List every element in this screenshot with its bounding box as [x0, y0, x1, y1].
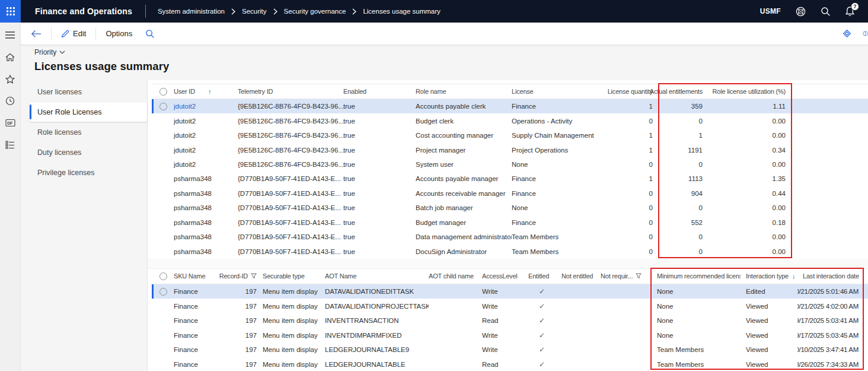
- company-picker[interactable]: USMF: [760, 7, 781, 15]
- col-interaction-type[interactable]: Interaction type↓: [741, 269, 797, 284]
- col-aot-child-name[interactable]: AOT child name: [429, 269, 482, 284]
- row-radio[interactable]: [159, 103, 167, 110]
- edit-button[interactable]: Edit: [59, 29, 88, 38]
- sidebar-item[interactable]: User Role Licenses: [30, 102, 147, 122]
- cell-user-id[interactable]: jdutoit2: [174, 142, 238, 157]
- col-not-entitled[interactable]: Not entitled: [561, 269, 601, 284]
- table-row[interactable]: psharma348 {D770B1A9-50F7-41ED-A143-E...…: [152, 244, 868, 258]
- col-sku-name[interactable]: SKU Name: [174, 269, 216, 284]
- breadcrumb-item[interactable]: Licenses usage summary: [363, 8, 440, 15]
- col-actual-entitlements[interactable]: Actual entitlements: [659, 84, 709, 99]
- help-globe-icon[interactable]: [795, 6, 806, 17]
- breadcrumb-item[interactable]: System administration: [158, 8, 225, 15]
- row-radio[interactable]: [159, 288, 167, 296]
- row-select-cell[interactable]: [152, 328, 174, 343]
- table-row[interactable]: psharma348 {D770B1A9-50F7-41ED-A143-E...…: [152, 172, 868, 186]
- row-select-cell[interactable]: [152, 313, 174, 328]
- sidebar-item[interactable]: User licenses: [30, 82, 147, 102]
- table-row[interactable]: Finance 197 Menu item display LEDGERJOUR…: [152, 343, 868, 357]
- cell-user-id[interactable]: jdutoit2: [174, 128, 238, 142]
- row-select-cell[interactable]: [152, 142, 174, 157]
- table-row[interactable]: Finance 197 Menu item display LEDGERJOUR…: [152, 357, 868, 371]
- col-access-level[interactable]: AccessLevel: [482, 269, 528, 284]
- table-row[interactable]: Finance 197 Menu item display DATAVALIDA…: [152, 299, 868, 313]
- right-pane-icon[interactable]: [863, 28, 868, 39]
- col-last-interaction-date[interactable]: Last interaction date: [797, 269, 864, 284]
- recent-icon[interactable]: [3, 94, 17, 107]
- col-record-id[interactable]: Record-ID: [216, 269, 263, 284]
- col-user-id[interactable]: User ID↑: [174, 84, 238, 99]
- table-row[interactable]: psharma348 {D770B1A9-50F7-41ED-A143-E...…: [152, 186, 868, 201]
- sidebar-item[interactable]: Privilege licenses: [30, 163, 147, 182]
- cell-user-id[interactable]: jdutoit2: [174, 157, 238, 172]
- filter-icon[interactable]: [636, 273, 642, 279]
- row-select-cell[interactable]: [152, 201, 174, 215]
- row-select-cell[interactable]: [152, 299, 174, 313]
- col-min-recommended-license[interactable]: Minimum recommended license: [652, 269, 741, 284]
- table-row[interactable]: psharma348 {D770B1A9-50F7-41ED-A143-E...…: [152, 215, 868, 230]
- col-aot-name[interactable]: AOT Name: [325, 269, 429, 284]
- cell-user-id[interactable]: jdutoit2: [174, 99, 238, 113]
- cell-user-id[interactable]: psharma348: [174, 186, 238, 201]
- row-select-cell[interactable]: [152, 157, 174, 172]
- table-row[interactable]: Finance 197 Menu item display DATAVALIDA…: [152, 284, 868, 299]
- sidebar-item[interactable]: Role licenses: [30, 122, 147, 142]
- col-entitled[interactable]: Entitled: [528, 269, 561, 284]
- priority-dropdown[interactable]: Priority: [34, 48, 169, 56]
- toolbar-search-button[interactable]: [143, 29, 157, 39]
- star-icon[interactable]: [3, 72, 17, 85]
- col-telemetry-id[interactable]: Telemetry ID: [238, 84, 343, 99]
- cell-user-id[interactable]: jdutoit2: [174, 113, 238, 128]
- row-select-cell[interactable]: [152, 172, 174, 186]
- cell-user-id[interactable]: psharma348: [174, 230, 238, 244]
- row-select-cell[interactable]: [152, 186, 174, 201]
- back-button[interactable]: [29, 30, 44, 38]
- cell-user-id[interactable]: psharma348: [174, 215, 238, 230]
- row-select-cell[interactable]: [152, 230, 174, 244]
- row-select-cell[interactable]: [152, 99, 174, 113]
- sidebar-item[interactable]: Duty licenses: [30, 142, 147, 162]
- col-license[interactable]: License: [512, 84, 612, 99]
- cell-user-id[interactable]: psharma348: [174, 172, 238, 186]
- row-select-cell[interactable]: [152, 343, 174, 357]
- select-all-circle[interactable]: [159, 272, 167, 280]
- row-select-cell[interactable]: [152, 357, 174, 371]
- tasks-icon[interactable]: [3, 138, 17, 151]
- col-role-license-utilization[interactable]: Role license utilization (%): [709, 84, 792, 99]
- table-row[interactable]: psharma348 {D770B1A9-50F7-41ED-A143-E...…: [152, 201, 868, 215]
- breadcrumb-item[interactable]: Security: [242, 8, 267, 15]
- search-icon[interactable]: [821, 7, 831, 17]
- app-title[interactable]: Finance and Operations: [35, 7, 132, 16]
- table-row[interactable]: psharma348 {D770B1A9-50F7-41ED-A143-E...…: [152, 230, 868, 244]
- options-button[interactable]: Options: [103, 29, 135, 38]
- select-all-header[interactable]: [152, 269, 174, 284]
- row-select-cell[interactable]: [152, 215, 174, 230]
- row-select-cell[interactable]: [152, 284, 174, 299]
- table-row[interactable]: Finance 197 Menu item display INVENTTRAN…: [152, 313, 868, 328]
- table-row[interactable]: Finance 197 Menu item display INVENTDIMP…: [152, 328, 868, 343]
- col-role-name[interactable]: Role name: [416, 84, 512, 99]
- row-select-cell[interactable]: [152, 128, 174, 142]
- home-icon[interactable]: [3, 50, 17, 64]
- table-row[interactable]: jdutoit2 {9E5B126C-8B76-4FC9-B423-96... …: [152, 142, 868, 157]
- table-row[interactable]: jdutoit2 {9E5B126C-8B76-4FC9-B423-96... …: [152, 128, 868, 142]
- row-select-cell[interactable]: [152, 244, 174, 258]
- table-row[interactable]: jdutoit2 {9E5B126C-8B76-4FC9-B423-96... …: [152, 157, 868, 172]
- company-icon[interactable]: DF: [3, 116, 17, 129]
- table-row[interactable]: jdutoit2 {9E5B126C-8B76-4FC9-B423-96... …: [152, 113, 868, 128]
- select-all-circle[interactable]: [159, 88, 167, 96]
- app-launcher-icon[interactable]: [0, 0, 21, 23]
- bell-icon[interactable]: 7: [845, 6, 855, 17]
- select-all-header[interactable]: [152, 84, 174, 99]
- col-not-required[interactable]: Not requir...: [601, 269, 652, 284]
- col-enabled[interactable]: Enabled: [343, 84, 416, 99]
- row-select-cell[interactable]: [152, 113, 174, 128]
- cell-user-id[interactable]: psharma348: [174, 201, 238, 215]
- breadcrumb-item[interactable]: Security governance: [284, 8, 346, 15]
- col-securable-type[interactable]: Securable type: [263, 269, 325, 284]
- menu-icon[interactable]: [3, 28, 17, 42]
- diamond-icon[interactable]: [842, 28, 852, 39]
- cell-user-id[interactable]: psharma348: [174, 244, 238, 258]
- table-row[interactable]: jdutoit2 {9E5B126C-8B76-4FC9-B423-96... …: [152, 99, 868, 113]
- filter-icon[interactable]: [251, 273, 257, 279]
